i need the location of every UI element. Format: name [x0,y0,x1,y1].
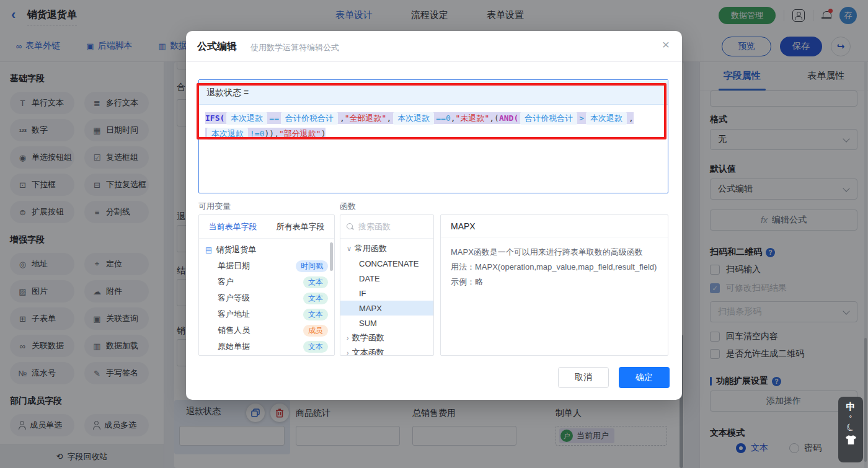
function-row[interactable]: ∨ 常用函数 [340,241,433,256]
function-name: IF [359,289,366,298]
formula-token: !=0 [250,129,264,138]
function-name: DATE [359,274,380,283]
variable-type-badge: 时间戳 [296,260,328,272]
chevron-icon: › [347,334,349,342]
variable-row[interactable]: 客户 文本 [199,274,334,290]
function-name: 常用函数 [355,243,387,254]
floating-toolbar[interactable]: 中 ∘ ☾ [838,397,863,462]
variable-row[interactable]: 原始单据 文本 [199,338,334,355]
language-toggle-dot: ∘ [849,413,852,420]
function-detail-body: MAPX函数是一个可以用来进行跨表单取数的高级函数用法：MAPX(operati… [441,237,668,297]
function-name: 数学函数 [352,332,384,343]
formula-token: , [629,113,634,123]
variable-list: 单据日期 时间戳 客户 文本 客户等级 文本 客户地址 [199,258,334,355]
modal-title: 公式编辑 [197,40,237,53]
variable-tree-root[interactable]: ▤ 销货退货单 [199,242,334,258]
app-window: ‹ 销货退货单 表单设计 流程设定 表单设置 数据管理 存 ∞ 表单外链 [0,0,868,468]
function-row[interactable]: CONCATENATE [340,256,433,271]
function-row[interactable]: › 数学函数 [340,330,433,345]
formula-token: AND( [499,113,518,123]
variable-type-badge: 文本 [303,309,328,320]
formula-token: 合计价税合计 [281,112,338,125]
variable-type-badge: 文本 [303,276,328,288]
tab-current-form-fields[interactable]: 当前表单字段 [199,215,267,238]
function-row[interactable]: DATE [340,271,433,286]
variable-row[interactable]: 单据日期 时间戳 [199,258,334,274]
formula-token: )) [264,129,274,138]
formula-token: > [579,113,584,123]
formula-token: , [274,129,279,138]
confirm-button[interactable]: 确定 [619,367,670,388]
dark-mode-icon[interactable]: ☾ [844,420,857,435]
theme-shirt-icon[interactable] [846,435,856,444]
formula-selection: IFS(本次退款==合计价税合计,"全部退款",本次退款==0,"未退款",(A… [205,112,634,139]
variable-name: 客户等级 [218,293,250,304]
formula-editor[interactable]: 退款状态 = IFS(本次退款==合计价税合计,"全部退款",本次退款==0,"… [198,79,668,193]
formula-token: "未退款" [456,113,490,123]
formula-token: 合计价税合计 [520,112,577,125]
function-detail-title: MAPX [441,215,668,237]
variables-label: 可用变量 [198,201,231,212]
function-detail-line: 用法：MAPX(operation,map_value,map_field,re… [451,260,658,275]
variable-name: 单据日期 [218,260,250,272]
document-icon: ▤ [205,245,212,254]
formula-token: 本次退款 [393,112,434,125]
variable-type-badge: 文本 [303,341,328,353]
language-toggle[interactable]: 中 [846,401,856,413]
functions-panel: ∨ 常用函数 CONCATENATE DATE [340,214,434,356]
formula-token: ,( [489,113,499,123]
function-row[interactable]: › 文本函数 [340,345,433,356]
formula-token: "全部退款" [345,113,387,123]
formula-token: == [269,113,279,123]
variable-row[interactable]: 销售人员 成员 [199,322,334,338]
formula-token: , [451,113,456,123]
variable-name: 客户地址 [218,309,250,320]
tree-root-label: 销货退货单 [216,244,256,255]
function-row[interactable]: MAPX [340,301,433,316]
formula-edit-modal: 公式编辑 使用数学运算符编辑公式 × 退款状态 = IFS(本次退款==合计价税… [186,31,682,400]
formula-token: 本次退款 [226,112,267,125]
function-name: CONCATENATE [359,259,418,268]
formula-token: , [340,113,345,123]
formula-token: IFS( [205,113,224,123]
function-name: MAPX [359,304,382,313]
chevron-icon: ∨ [347,245,352,253]
function-name: 文本函数 [352,347,384,356]
chevron-icon: › [347,349,349,356]
modal-subtitle: 使用数学运算符编辑公式 [250,42,339,53]
variable-name: 销售人员 [218,325,250,336]
function-detail-line: 示例：略 [451,275,658,289]
functions-label: 函数 [340,201,356,212]
search-input[interactable] [358,222,427,231]
cancel-button[interactable]: 取消 [558,367,609,388]
function-search [340,215,433,239]
formula-token: , [386,113,391,123]
variable-type-badge: 成员 [303,325,328,337]
variable-name: 原始单据 [218,341,250,352]
formula-target: 退款状态 = [199,80,668,105]
formula-body[interactable]: IFS(本次退款==合计价税合计,"全部退款",本次退款==0,"未退款",(A… [199,105,668,147]
formula-token: ) [321,129,326,138]
function-row[interactable]: SUM [340,316,433,330]
variable-row[interactable]: 客户等级 文本 [199,290,334,306]
variables-scrollbar[interactable] [330,242,333,271]
function-name: SUM [359,319,377,328]
tab-all-form-fields[interactable]: 所有表单字段 [267,215,334,238]
close-icon[interactable]: × [662,38,670,51]
formula-token: 本次退款 [207,128,248,140]
variables-tabs: 当前表单字段 所有表单字段 [199,215,334,239]
function-list: ∨ 常用函数 CONCATENATE DATE [340,239,433,356]
modal-header: 公式编辑 使用数学运算符编辑公式 × [186,31,682,62]
variable-type-badge: 文本 [303,293,328,304]
formula-token: "部分退款" [279,129,321,138]
variable-name: 客户 [218,276,234,288]
variables-panel: 当前表单字段 所有表单字段 ▤ 销货退货单 单据日期 时间戳 客户 文本 [198,214,335,356]
function-detail-panel: MAPX MAPX函数是一个可以用来进行跨表单取数的高级函数用法：MAPX(op… [440,214,668,356]
variable-row[interactable]: 客户地址 文本 [199,306,334,322]
search-icon [347,223,354,231]
formula-token: 本次退款 [586,112,627,125]
function-row[interactable]: IF [340,286,433,301]
formula-token: ==0 [436,113,450,123]
function-detail-line: MAPX函数是一个可以用来进行跨表单取数的高级函数 [451,245,658,260]
